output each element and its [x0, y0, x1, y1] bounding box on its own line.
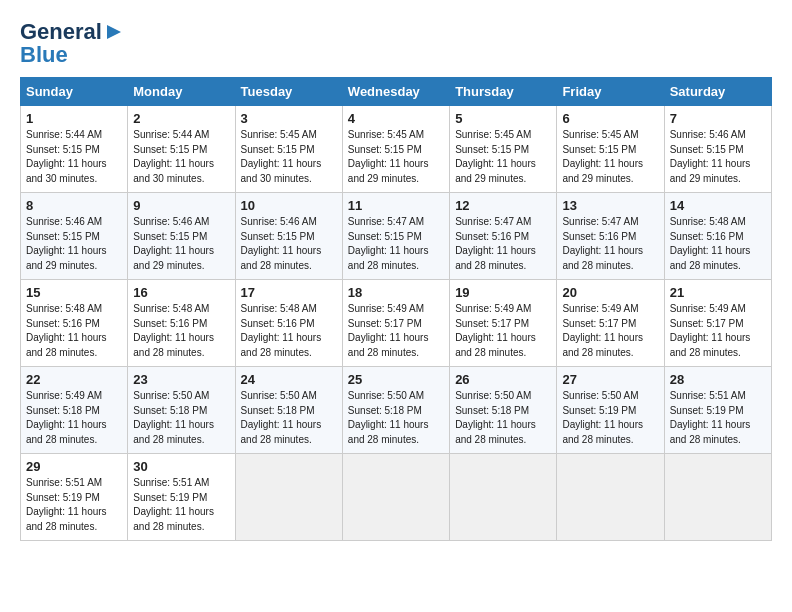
calendar-week-row: 29Sunrise: 5:51 AM Sunset: 5:19 PM Dayli…	[21, 454, 772, 541]
day-info: Sunrise: 5:45 AM Sunset: 5:15 PM Dayligh…	[348, 128, 444, 186]
day-number: 3	[241, 111, 337, 126]
col-header-friday: Friday	[557, 78, 664, 106]
day-number: 9	[133, 198, 229, 213]
day-info: Sunrise: 5:49 AM Sunset: 5:17 PM Dayligh…	[455, 302, 551, 360]
calendar-cell-23: 23Sunrise: 5:50 AM Sunset: 5:18 PM Dayli…	[128, 367, 235, 454]
calendar-cell-24: 24Sunrise: 5:50 AM Sunset: 5:18 PM Dayli…	[235, 367, 342, 454]
day-number: 7	[670, 111, 766, 126]
day-number: 19	[455, 285, 551, 300]
day-number: 11	[348, 198, 444, 213]
col-header-wednesday: Wednesday	[342, 78, 449, 106]
day-info: Sunrise: 5:49 AM Sunset: 5:17 PM Dayligh…	[562, 302, 658, 360]
calendar-cell-13: 13Sunrise: 5:47 AM Sunset: 5:16 PM Dayli…	[557, 193, 664, 280]
empty-cell	[342, 454, 449, 541]
day-info: Sunrise: 5:50 AM Sunset: 5:19 PM Dayligh…	[562, 389, 658, 447]
logo-blue: Blue	[20, 43, 123, 67]
day-number: 5	[455, 111, 551, 126]
day-number: 2	[133, 111, 229, 126]
col-header-tuesday: Tuesday	[235, 78, 342, 106]
col-header-monday: Monday	[128, 78, 235, 106]
page-header: General Blue	[20, 20, 772, 67]
day-info: Sunrise: 5:46 AM Sunset: 5:15 PM Dayligh…	[241, 215, 337, 273]
empty-cell	[235, 454, 342, 541]
day-info: Sunrise: 5:51 AM Sunset: 5:19 PM Dayligh…	[133, 476, 229, 534]
day-number: 21	[670, 285, 766, 300]
day-info: Sunrise: 5:44 AM Sunset: 5:15 PM Dayligh…	[133, 128, 229, 186]
calendar-cell-20: 20Sunrise: 5:49 AM Sunset: 5:17 PM Dayli…	[557, 280, 664, 367]
calendar-cell-28: 28Sunrise: 5:51 AM Sunset: 5:19 PM Dayli…	[664, 367, 771, 454]
logo-arrow-icon	[105, 23, 123, 41]
day-info: Sunrise: 5:48 AM Sunset: 5:16 PM Dayligh…	[26, 302, 122, 360]
calendar-cell-27: 27Sunrise: 5:50 AM Sunset: 5:19 PM Dayli…	[557, 367, 664, 454]
calendar-header-row: SundayMondayTuesdayWednesdayThursdayFrid…	[21, 78, 772, 106]
calendar-cell-3: 3Sunrise: 5:45 AM Sunset: 5:15 PM Daylig…	[235, 106, 342, 193]
calendar-week-row: 15Sunrise: 5:48 AM Sunset: 5:16 PM Dayli…	[21, 280, 772, 367]
logo: General Blue	[20, 20, 123, 67]
col-header-saturday: Saturday	[664, 78, 771, 106]
calendar-cell-5: 5Sunrise: 5:45 AM Sunset: 5:15 PM Daylig…	[450, 106, 557, 193]
day-info: Sunrise: 5:45 AM Sunset: 5:15 PM Dayligh…	[455, 128, 551, 186]
calendar-cell-10: 10Sunrise: 5:46 AM Sunset: 5:15 PM Dayli…	[235, 193, 342, 280]
day-number: 22	[26, 372, 122, 387]
day-number: 1	[26, 111, 122, 126]
calendar-cell-17: 17Sunrise: 5:48 AM Sunset: 5:16 PM Dayli…	[235, 280, 342, 367]
calendar-table: SundayMondayTuesdayWednesdayThursdayFrid…	[20, 77, 772, 541]
day-number: 10	[241, 198, 337, 213]
day-number: 12	[455, 198, 551, 213]
day-number: 24	[241, 372, 337, 387]
day-info: Sunrise: 5:45 AM Sunset: 5:15 PM Dayligh…	[562, 128, 658, 186]
calendar-cell-6: 6Sunrise: 5:45 AM Sunset: 5:15 PM Daylig…	[557, 106, 664, 193]
calendar-cell-30: 30Sunrise: 5:51 AM Sunset: 5:19 PM Dayli…	[128, 454, 235, 541]
day-info: Sunrise: 5:50 AM Sunset: 5:18 PM Dayligh…	[455, 389, 551, 447]
day-number: 4	[348, 111, 444, 126]
col-header-sunday: Sunday	[21, 78, 128, 106]
calendar-cell-16: 16Sunrise: 5:48 AM Sunset: 5:16 PM Dayli…	[128, 280, 235, 367]
day-info: Sunrise: 5:47 AM Sunset: 5:16 PM Dayligh…	[562, 215, 658, 273]
day-number: 6	[562, 111, 658, 126]
calendar-cell-15: 15Sunrise: 5:48 AM Sunset: 5:16 PM Dayli…	[21, 280, 128, 367]
calendar-cell-25: 25Sunrise: 5:50 AM Sunset: 5:18 PM Dayli…	[342, 367, 449, 454]
day-number: 13	[562, 198, 658, 213]
empty-cell	[557, 454, 664, 541]
calendar-body: 1Sunrise: 5:44 AM Sunset: 5:15 PM Daylig…	[21, 106, 772, 541]
day-number: 8	[26, 198, 122, 213]
calendar-week-row: 8Sunrise: 5:46 AM Sunset: 5:15 PM Daylig…	[21, 193, 772, 280]
day-number: 23	[133, 372, 229, 387]
calendar-cell-26: 26Sunrise: 5:50 AM Sunset: 5:18 PM Dayli…	[450, 367, 557, 454]
calendar-cell-4: 4Sunrise: 5:45 AM Sunset: 5:15 PM Daylig…	[342, 106, 449, 193]
day-info: Sunrise: 5:50 AM Sunset: 5:18 PM Dayligh…	[241, 389, 337, 447]
calendar-cell-18: 18Sunrise: 5:49 AM Sunset: 5:17 PM Dayli…	[342, 280, 449, 367]
logo-text: General	[20, 20, 102, 44]
day-info: Sunrise: 5:49 AM Sunset: 5:17 PM Dayligh…	[670, 302, 766, 360]
day-number: 14	[670, 198, 766, 213]
calendar-cell-7: 7Sunrise: 5:46 AM Sunset: 5:15 PM Daylig…	[664, 106, 771, 193]
svg-marker-0	[107, 25, 121, 39]
day-number: 20	[562, 285, 658, 300]
day-info: Sunrise: 5:45 AM Sunset: 5:15 PM Dayligh…	[241, 128, 337, 186]
calendar-cell-19: 19Sunrise: 5:49 AM Sunset: 5:17 PM Dayli…	[450, 280, 557, 367]
day-info: Sunrise: 5:47 AM Sunset: 5:15 PM Dayligh…	[348, 215, 444, 273]
day-info: Sunrise: 5:48 AM Sunset: 5:16 PM Dayligh…	[670, 215, 766, 273]
day-number: 18	[348, 285, 444, 300]
day-number: 26	[455, 372, 551, 387]
day-number: 27	[562, 372, 658, 387]
day-info: Sunrise: 5:49 AM Sunset: 5:18 PM Dayligh…	[26, 389, 122, 447]
calendar-cell-22: 22Sunrise: 5:49 AM Sunset: 5:18 PM Dayli…	[21, 367, 128, 454]
day-number: 17	[241, 285, 337, 300]
calendar-week-row: 22Sunrise: 5:49 AM Sunset: 5:18 PM Dayli…	[21, 367, 772, 454]
day-info: Sunrise: 5:46 AM Sunset: 5:15 PM Dayligh…	[26, 215, 122, 273]
day-info: Sunrise: 5:48 AM Sunset: 5:16 PM Dayligh…	[133, 302, 229, 360]
day-info: Sunrise: 5:46 AM Sunset: 5:15 PM Dayligh…	[133, 215, 229, 273]
calendar-cell-2: 2Sunrise: 5:44 AM Sunset: 5:15 PM Daylig…	[128, 106, 235, 193]
day-info: Sunrise: 5:44 AM Sunset: 5:15 PM Dayligh…	[26, 128, 122, 186]
empty-cell	[450, 454, 557, 541]
day-info: Sunrise: 5:49 AM Sunset: 5:17 PM Dayligh…	[348, 302, 444, 360]
day-info: Sunrise: 5:46 AM Sunset: 5:15 PM Dayligh…	[670, 128, 766, 186]
day-number: 30	[133, 459, 229, 474]
calendar-cell-29: 29Sunrise: 5:51 AM Sunset: 5:19 PM Dayli…	[21, 454, 128, 541]
day-number: 29	[26, 459, 122, 474]
col-header-thursday: Thursday	[450, 78, 557, 106]
calendar-cell-21: 21Sunrise: 5:49 AM Sunset: 5:17 PM Dayli…	[664, 280, 771, 367]
calendar-cell-9: 9Sunrise: 5:46 AM Sunset: 5:15 PM Daylig…	[128, 193, 235, 280]
day-number: 25	[348, 372, 444, 387]
